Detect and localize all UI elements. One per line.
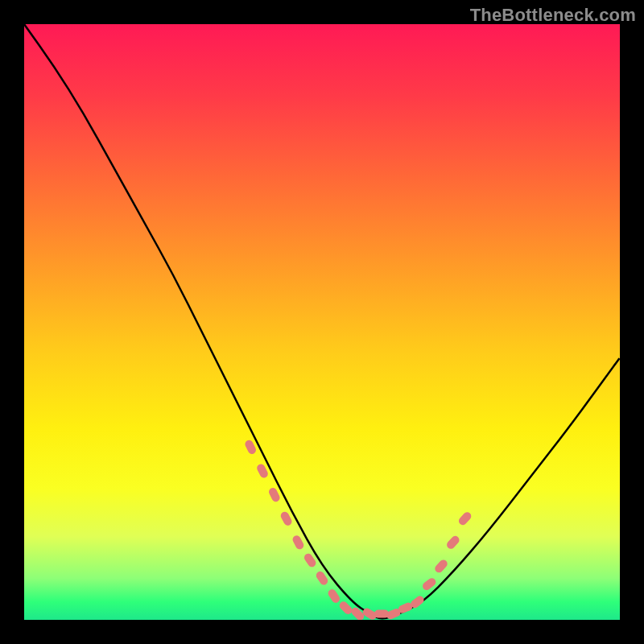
marker-dots-group (244, 439, 473, 620)
marker-dot (244, 439, 258, 456)
marker-dot (267, 486, 281, 503)
marker-dot (279, 510, 293, 527)
marker-dot (445, 535, 461, 551)
watermark-text: TheBottleneck.com (470, 5, 636, 26)
chart-container: TheBottleneck.com (0, 0, 644, 644)
bottleneck-curve-line (24, 24, 620, 618)
curve-svg (24, 24, 620, 620)
marker-dot (338, 600, 354, 616)
marker-dot (374, 610, 389, 618)
plot-area (24, 24, 620, 620)
marker-dot (256, 463, 270, 480)
marker-dot (327, 588, 341, 605)
marker-dot (433, 558, 449, 574)
marker-dot (457, 510, 473, 526)
curve-line-group (24, 24, 620, 618)
marker-dot (291, 535, 305, 551)
